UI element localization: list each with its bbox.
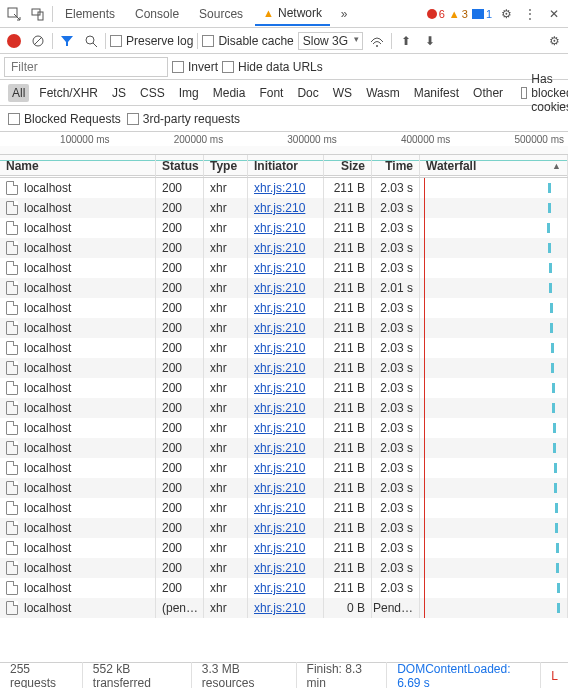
table-row[interactable]: localhost200xhrxhr.js:210211 B2.03 s	[0, 578, 568, 598]
cell-size: 211 B	[324, 298, 372, 318]
cell-initiator[interactable]: xhr.js:210	[254, 461, 305, 475]
cell-initiator[interactable]: xhr.js:210	[254, 441, 305, 455]
preserve-log-checkbox[interactable]: Preserve log	[110, 34, 193, 48]
table-row[interactable]: localhost200xhrxhr.js:210211 B2.03 s	[0, 198, 568, 218]
blocked-requests-checkbox[interactable]: Blocked Requests	[8, 112, 121, 126]
cell-type: xhr	[204, 178, 248, 198]
cell-initiator[interactable]: xhr.js:210	[254, 421, 305, 435]
type-ws[interactable]: WS	[329, 84, 356, 102]
cell-initiator[interactable]: xhr.js:210	[254, 261, 305, 275]
type-all[interactable]: All	[8, 84, 29, 102]
cell-initiator[interactable]: xhr.js:210	[254, 501, 305, 515]
cell-initiator[interactable]: xhr.js:210	[254, 241, 305, 255]
throttling-select[interactable]: Slow 3G	[298, 32, 363, 50]
type-fetch-xhr[interactable]: Fetch/XHR	[35, 84, 102, 102]
tab-sources[interactable]: Sources	[191, 3, 251, 25]
record-button[interactable]	[4, 31, 24, 51]
type-filter-row-2: Blocked Requests 3rd-party requests	[0, 106, 568, 132]
table-row[interactable]: localhost200xhrxhr.js:210211 B2.03 s	[0, 338, 568, 358]
table-row[interactable]: localhost200xhrxhr.js:210211 B2.03 s	[0, 518, 568, 538]
export-har-icon[interactable]: ⬇	[420, 31, 440, 51]
type-doc[interactable]: Doc	[293, 84, 322, 102]
table-row[interactable]: localhost200xhrxhr.js:210211 B2.03 s	[0, 418, 568, 438]
tab-console[interactable]: Console	[127, 3, 187, 25]
header-status[interactable]: Status	[156, 155, 204, 177]
type-media[interactable]: Media	[209, 84, 250, 102]
header-type[interactable]: Type	[204, 155, 248, 177]
table-row[interactable]: localhost200xhrxhr.js:210211 B2.03 s	[0, 258, 568, 278]
type-wasm[interactable]: Wasm	[362, 84, 404, 102]
cell-initiator[interactable]: xhr.js:210	[254, 521, 305, 535]
cell-initiator[interactable]: xhr.js:210	[254, 201, 305, 215]
cell-initiator[interactable]: xhr.js:210	[254, 301, 305, 315]
close-icon[interactable]: ✕	[544, 4, 564, 24]
cell-initiator[interactable]: xhr.js:210	[254, 281, 305, 295]
cell-initiator[interactable]: xhr.js:210	[254, 221, 305, 235]
table-row[interactable]: localhost200xhrxhr.js:210211 B2.03 s	[0, 178, 568, 198]
invert-checkbox[interactable]: Invert	[172, 60, 218, 74]
inspect-icon[interactable]	[4, 4, 24, 24]
type-manifest[interactable]: Manifest	[410, 84, 463, 102]
tab-elements[interactable]: Elements	[57, 3, 123, 25]
cell-status: 200	[156, 578, 204, 598]
header-waterfall[interactable]: Waterfall▲	[420, 155, 568, 177]
type-font[interactable]: Font	[255, 84, 287, 102]
table-row[interactable]: localhost200xhrxhr.js:210211 B2.03 s	[0, 498, 568, 518]
type-css[interactable]: CSS	[136, 84, 169, 102]
type-img[interactable]: Img	[175, 84, 203, 102]
more-tabs-icon[interactable]: »	[334, 4, 354, 24]
table-row[interactable]: localhost200xhrxhr.js:210211 B2.03 s	[0, 478, 568, 498]
cell-initiator[interactable]: xhr.js:210	[254, 321, 305, 335]
cell-initiator[interactable]: xhr.js:210	[254, 541, 305, 555]
header-initiator[interactable]: Initiator	[248, 155, 324, 177]
header-size[interactable]: Size	[324, 155, 372, 177]
clear-icon[interactable]	[28, 31, 48, 51]
filter-input[interactable]	[4, 57, 168, 77]
cell-initiator[interactable]: xhr.js:210	[254, 381, 305, 395]
cell-initiator[interactable]: xhr.js:210	[254, 601, 305, 615]
cell-initiator[interactable]: xhr.js:210	[254, 581, 305, 595]
cell-initiator[interactable]: xhr.js:210	[254, 181, 305, 195]
cell-initiator[interactable]: xhr.js:210	[254, 341, 305, 355]
error-badge[interactable]: 6	[427, 8, 445, 20]
devtools-tabstrip: Elements Console Sources ▲Network » 6 ▲3…	[0, 0, 568, 28]
cell-initiator[interactable]: xhr.js:210	[254, 361, 305, 375]
message-badge[interactable]: 1	[472, 8, 492, 20]
table-row[interactable]: localhost200xhrxhr.js:210211 B2.03 s	[0, 358, 568, 378]
table-row[interactable]: localhost200xhrxhr.js:210211 B2.03 s	[0, 458, 568, 478]
table-row[interactable]: localhost200xhrxhr.js:210211 B2.03 s	[0, 438, 568, 458]
cell-initiator[interactable]: xhr.js:210	[254, 481, 305, 495]
filter-toggle-icon[interactable]	[57, 31, 77, 51]
type-other[interactable]: Other	[469, 84, 507, 102]
network-settings-icon[interactable]: ⚙	[544, 31, 564, 51]
disable-cache-checkbox[interactable]: Disable cache	[202, 34, 293, 48]
search-icon[interactable]	[81, 31, 101, 51]
cell-initiator[interactable]: xhr.js:210	[254, 401, 305, 415]
table-row[interactable]: localhost200xhrxhr.js:210211 B2.03 s	[0, 298, 568, 318]
table-row[interactable]: localhost200xhrxhr.js:210211 B2.03 s	[0, 398, 568, 418]
table-row[interactable]: localhost200xhrxhr.js:210211 B2.03 s	[0, 238, 568, 258]
device-toggle-icon[interactable]	[28, 4, 48, 24]
warning-badge[interactable]: ▲3	[449, 8, 468, 20]
blocked-cookies-checkbox[interactable]: Has blocked cookies	[521, 72, 568, 114]
third-party-checkbox[interactable]: 3rd-party requests	[127, 112, 240, 126]
table-row[interactable]: localhost200xhrxhr.js:210211 B2.01 s	[0, 278, 568, 298]
settings-icon[interactable]: ⚙	[496, 4, 516, 24]
cell-status: 200	[156, 198, 204, 218]
table-row[interactable]: localhost200xhrxhr.js:210211 B2.03 s	[0, 318, 568, 338]
table-row[interactable]: localhost(pen…xhrxhr.js:2100 BPend…	[0, 598, 568, 618]
import-har-icon[interactable]: ⬆	[396, 31, 416, 51]
kebab-menu-icon[interactable]: ⋮	[520, 4, 540, 24]
tab-network[interactable]: ▲Network	[255, 2, 330, 26]
table-row[interactable]: localhost200xhrxhr.js:210211 B2.03 s	[0, 218, 568, 238]
header-name[interactable]: Name	[0, 155, 156, 177]
table-row[interactable]: localhost200xhrxhr.js:210211 B2.03 s	[0, 538, 568, 558]
cell-status: 200	[156, 418, 204, 438]
type-js[interactable]: JS	[108, 84, 130, 102]
cell-initiator[interactable]: xhr.js:210	[254, 561, 305, 575]
network-conditions-icon[interactable]	[367, 31, 387, 51]
table-row[interactable]: localhost200xhrxhr.js:210211 B2.03 s	[0, 558, 568, 578]
header-time[interactable]: Time	[372, 155, 420, 177]
table-row[interactable]: localhost200xhrxhr.js:210211 B2.03 s	[0, 378, 568, 398]
hide-data-urls-checkbox[interactable]: Hide data URLs	[222, 60, 323, 74]
